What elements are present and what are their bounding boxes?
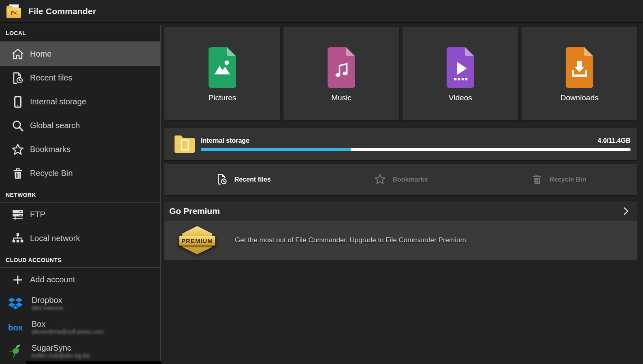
network-tree-icon: [11, 232, 25, 245]
box-logo-icon: box: [5, 323, 26, 332]
sidebar-item-box[interactable]: box Box alexandrina@soft-press.com: [0, 315, 160, 339]
sidebar-section-cloud-accounts: CLOUD ACCOUNTS: [0, 250, 160, 268]
app-logo-folder: F<: [6, 8, 21, 18]
sidebar-item-label: Bookmarks: [30, 145, 70, 154]
tile-label: Pictures: [209, 93, 236, 102]
main-content: Pictures Music: [162, 25, 643, 364]
shortcut-label: Recycle Bin: [549, 176, 586, 183]
sidebar-item-label: Recycle Bin: [30, 169, 73, 178]
tile-label: Downloads: [560, 93, 598, 102]
shortcut-recycle-bin[interactable]: Recycle Bin: [480, 173, 637, 186]
pictures-file-icon: [209, 47, 236, 88]
redaction-strip: [26, 361, 161, 364]
tile-videos[interactable]: Videos: [402, 27, 518, 120]
recent-files-icon: [216, 173, 228, 186]
sidebar-item-label: Global search: [30, 121, 80, 130]
sidebar-section-local: LOCAL: [0, 25, 160, 42]
dropbox-logo-icon: [5, 297, 26, 310]
account-email-blurred: alex.ivanova: [32, 305, 63, 311]
account-email-blurred: alexandrina@soft-press.com: [32, 328, 104, 335]
shortcut-label: Recent files: [234, 176, 271, 183]
sidebar-item-label: Internal storage: [30, 97, 86, 106]
sidebar-item-local-network[interactable]: Local network: [0, 226, 160, 250]
storage-progress-fill: [201, 148, 351, 151]
chevron-right-icon: [620, 206, 631, 216]
sidebar-item-label: Home: [30, 49, 51, 59]
go-premium-header[interactable]: Go Premium: [164, 201, 637, 221]
account-name: Dropbox: [32, 296, 63, 305]
ftp-server-icon: [11, 208, 25, 222]
smartphone-icon: [11, 95, 25, 109]
sidebar-item-dropbox[interactable]: Dropbox alex.ivanova: [0, 292, 160, 315]
go-premium-title: Go Premium: [169, 206, 220, 216]
folder-phone-icon: [173, 134, 196, 154]
shortcuts-card: Recent files Bookmarks Recycle Bin: [164, 164, 637, 195]
sidebar-item-global-search[interactable]: Global search: [0, 114, 160, 138]
videos-file-icon: [447, 47, 474, 88]
internal-storage-card[interactable]: Internal storage 4.0/11.4GB: [164, 128, 637, 160]
star-icon: [374, 173, 386, 186]
top-app-bar: F< File Commander: [0, 0, 643, 23]
account-name: SugarSync: [32, 343, 90, 352]
plus-icon: [11, 273, 25, 287]
go-premium-banner[interactable]: PREMIUM Get the most out of File Command…: [164, 221, 637, 260]
trash-icon: [11, 167, 25, 180]
tile-label: Videos: [449, 93, 472, 102]
shortcut-label: Bookmarks: [392, 176, 428, 183]
sidebar-item-label: Add account: [30, 275, 75, 284]
sidebar-item-recycle-bin[interactable]: Recycle Bin: [0, 161, 160, 185]
sidebar-item-add-account[interactable]: Add account: [0, 268, 160, 292]
sidebar-item-label: Recent files: [30, 73, 72, 83]
premium-badge-ribbon: PREMIUM: [179, 236, 215, 246]
app-logo-icon: F<: [5, 2, 22, 20]
shortcut-recent-files[interactable]: Recent files: [164, 173, 322, 186]
tile-downloads[interactable]: Downloads: [522, 27, 637, 120]
storage-progress-bar: [201, 148, 630, 151]
sidebar-item-sugarsync[interactable]: SugarSync kolibri.club@abv-bg.biz: [0, 339, 160, 363]
tile-pictures[interactable]: Pictures: [164, 27, 280, 120]
sidebar-item-label: Local network: [30, 234, 80, 243]
trash-icon: [531, 173, 543, 186]
account-name: Box: [32, 320, 104, 328]
sidebar-section-network: NETWORK: [0, 185, 160, 203]
sugarsync-logo-icon: [5, 343, 26, 360]
sidebar-item-home[interactable]: Home: [0, 42, 160, 66]
recent-files-icon: [11, 71, 25, 85]
category-tiles-row: Pictures Music: [164, 27, 637, 120]
tile-music[interactable]: Music: [283, 27, 399, 120]
music-file-icon: [328, 47, 355, 88]
account-email-blurred: kolibri.club@abv-bg.biz: [32, 352, 90, 359]
sidebar-item-bookmarks[interactable]: Bookmarks: [0, 138, 160, 161]
app-title: File Commander: [28, 6, 96, 16]
storage-label: Internal storage: [201, 137, 249, 144]
premium-badge-icon: PREMIUM: [179, 226, 215, 254]
sidebar-item-ftp[interactable]: FTP: [0, 203, 160, 226]
shortcut-bookmarks[interactable]: Bookmarks: [322, 173, 479, 186]
star-icon: [11, 143, 25, 157]
downloads-file-icon: [566, 47, 593, 88]
sidebar-item-internal-storage[interactable]: Internal storage: [0, 90, 160, 114]
sidebar: LOCAL Home Recent files In: [0, 25, 161, 364]
search-icon: [11, 119, 25, 133]
home-icon: [11, 47, 25, 61]
tile-label: Music: [331, 93, 351, 102]
sidebar-item-recent-files[interactable]: Recent files: [0, 66, 160, 90]
sidebar-item-label: FTP: [30, 210, 45, 219]
storage-usage-text: 4.0/11.4GB: [598, 137, 630, 144]
premium-message: Get the most out of File Commander. Upgr…: [235, 236, 468, 244]
